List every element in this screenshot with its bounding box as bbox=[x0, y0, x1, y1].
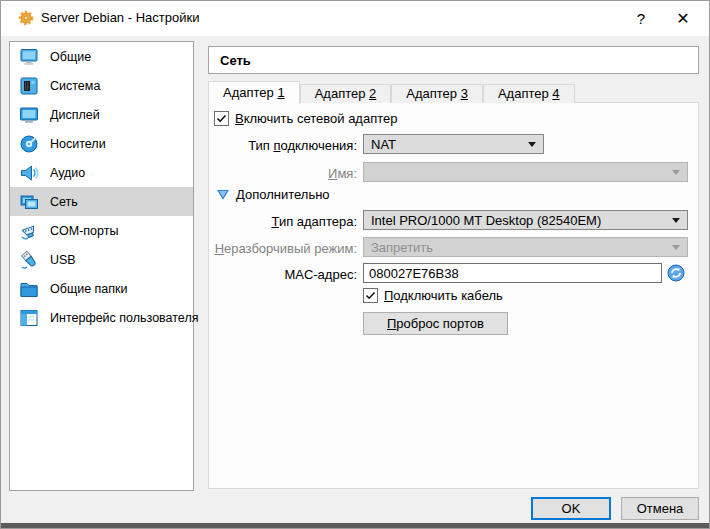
shared-folders-icon bbox=[18, 278, 40, 300]
sidebar-item-label: Общие папки bbox=[50, 282, 128, 296]
refresh-icon bbox=[666, 263, 686, 283]
settings-window: Server Debian - Настройки ? ✕ Общие Сист… bbox=[0, 0, 710, 529]
attachment-type-label: Тип подключения: bbox=[201, 138, 357, 153]
tab-adapter-3[interactable]: Адаптер 3 bbox=[391, 84, 483, 103]
sidebar-item-label: COM-порты bbox=[50, 224, 118, 238]
display-icon bbox=[18, 104, 40, 126]
page-title: Сеть bbox=[208, 46, 699, 74]
window-title: Server Debian - Настройки bbox=[41, 10, 199, 25]
network-name-dropdown bbox=[363, 162, 688, 182]
sidebar-item-label: Носители bbox=[50, 137, 106, 151]
sidebar-item-network[interactable]: Сеть bbox=[10, 187, 193, 216]
checkbox-box bbox=[214, 111, 229, 126]
ok-button[interactable]: OK bbox=[531, 497, 611, 520]
sidebar-item-serial-ports[interactable]: COM-порты bbox=[10, 216, 193, 245]
adapter-type-dropdown[interactable]: Intel PRO/1000 MT Desktop (82540EM) bbox=[363, 210, 688, 230]
tab-adapter-4[interactable]: Адаптер 4 bbox=[483, 84, 575, 103]
sidebar-item-general[interactable]: Общие bbox=[10, 42, 193, 71]
sidebar-item-user-interface[interactable]: Интерфейс пользователя bbox=[10, 303, 193, 332]
sidebar-item-label: Общие bbox=[50, 50, 91, 64]
audio-icon bbox=[18, 162, 40, 184]
sidebar-item-audio[interactable]: Аудио bbox=[10, 158, 193, 187]
sidebar-item-usb[interactable]: USB bbox=[10, 245, 193, 274]
tab-adapter-2[interactable]: Адаптер 2 bbox=[300, 84, 392, 103]
adapter-tabs: Адаптер 1 Адаптер 2 Адаптер 3 Адаптер 4 bbox=[208, 81, 575, 104]
cancel-button[interactable]: Отмена bbox=[621, 497, 699, 520]
checkbox-box bbox=[363, 288, 378, 303]
attachment-type-value: NAT bbox=[371, 137, 396, 152]
promiscuous-mode-value: Запретить bbox=[371, 240, 433, 255]
regenerate-mac-button[interactable] bbox=[666, 263, 686, 283]
general-icon bbox=[18, 46, 40, 68]
expander-triangle-icon bbox=[217, 189, 229, 200]
check-icon bbox=[216, 113, 227, 124]
sidebar-item-label: Система bbox=[50, 79, 100, 93]
adapter-type-value: Intel PRO/1000 MT Desktop (82540EM) bbox=[371, 213, 601, 228]
chevron-down-icon bbox=[672, 170, 680, 175]
titlebar: Server Debian - Настройки ? ✕ bbox=[1, 1, 709, 36]
advanced-expander[interactable]: Дополнительно bbox=[217, 187, 330, 202]
serial-ports-icon bbox=[18, 220, 40, 242]
tab-adapter-1[interactable]: Адаптер 1 bbox=[208, 81, 300, 104]
port-forwarding-button[interactable]: Проброс портов bbox=[363, 312, 508, 335]
mac-address-value: 080027E76B38 bbox=[369, 266, 459, 281]
sidebar-item-label: USB bbox=[50, 253, 76, 267]
promiscuous-mode-label: Неразборчивый режим: bbox=[201, 241, 357, 256]
adapter-type-label: Тип адаптера: bbox=[201, 214, 357, 229]
sidebar-item-label: Интерфейс пользователя bbox=[50, 311, 198, 325]
sidebar-item-display[interactable]: Дисплей bbox=[10, 100, 193, 129]
chevron-down-icon bbox=[672, 218, 680, 223]
window-bottom-edge bbox=[1, 523, 709, 529]
sidebar-item-shared-folders[interactable]: Общие папки bbox=[10, 274, 193, 303]
sidebar-item-storage[interactable]: Носители bbox=[10, 129, 193, 158]
chevron-down-icon bbox=[672, 245, 680, 250]
user-interface-icon bbox=[18, 307, 40, 329]
sidebar-item-label: Аудио bbox=[50, 166, 85, 180]
network-icon bbox=[18, 191, 40, 213]
usb-icon bbox=[18, 249, 40, 271]
category-list: Общие Система Дисплей Носители Аудио Сет… bbox=[9, 41, 194, 491]
sidebar-item-system[interactable]: Система bbox=[10, 71, 193, 100]
system-icon bbox=[18, 75, 40, 97]
mac-address-label: MAC-адрес: bbox=[201, 267, 357, 282]
close-button[interactable]: ✕ bbox=[663, 1, 703, 36]
network-name-label: Имя: bbox=[201, 166, 357, 181]
gear-icon bbox=[18, 10, 34, 26]
promiscuous-mode-dropdown: Запретить bbox=[363, 237, 688, 257]
chevron-down-icon bbox=[528, 142, 536, 147]
storage-icon bbox=[18, 133, 40, 155]
cable-connected-checkbox[interactable]: Подключить кабель bbox=[363, 288, 503, 303]
attachment-type-dropdown[interactable]: NAT bbox=[363, 134, 544, 154]
check-icon bbox=[365, 290, 376, 301]
mac-address-field[interactable]: 080027E76B38 bbox=[363, 263, 662, 283]
sidebar-item-label: Сеть bbox=[50, 195, 78, 209]
help-button[interactable]: ? bbox=[621, 1, 661, 36]
sidebar-item-label: Дисплей bbox=[50, 108, 100, 122]
enable-adapter-checkbox[interactable]: Включить сетевой адаптер bbox=[214, 111, 397, 126]
